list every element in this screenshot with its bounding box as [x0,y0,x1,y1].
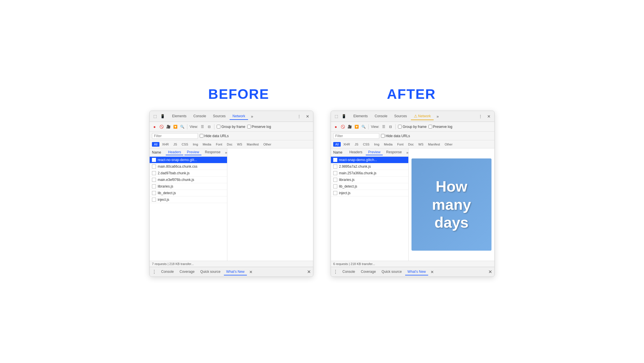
after-type-all[interactable]: All [333,142,341,147]
before-drawer-close[interactable]: ✕ [307,269,311,275]
after-group-by-frame[interactable]: Group by frame [398,125,426,129]
device-icon[interactable]: 📱 [159,113,166,120]
before-drawer-whatsnew[interactable]: What's New [224,269,247,275]
before-capture-icon[interactable]: 🎥 [166,124,171,129]
after-drawer-close-tab[interactable]: ✕ [429,269,435,275]
before-list-view-icon[interactable]: ☰ [200,124,205,129]
before-file-row-1[interactable]: main.80ca66ca.chunk.css [150,163,227,170]
before-type-font[interactable]: Font [214,142,224,147]
before-type-xhr[interactable]: XHR [160,142,171,147]
before-group-by-frame[interactable]: Group by frame [217,125,245,129]
before-type-media[interactable]: Media [201,142,213,147]
after-tab-elements[interactable]: Elements [350,113,371,120]
before-tree-view-icon[interactable]: ⊟ [207,124,212,129]
after-drawer-coverage[interactable]: Coverage [359,269,378,275]
before-type-img[interactable]: Img [191,142,200,147]
before-drawer-close-tab[interactable]: ✕ [248,269,254,275]
before-filter-input[interactable] [152,133,198,139]
before-file-row-6[interactable]: inject.js [150,196,227,203]
after-type-media[interactable]: Media [382,142,395,147]
after-drawer-quicksource[interactable]: Quick source [379,269,404,275]
before-type-ws[interactable]: WS [235,142,244,147]
after-preserve-log[interactable]: Preserve log [428,125,452,129]
after-col-more[interactable]: » [405,150,409,155]
before-group-checkbox[interactable] [217,125,220,128]
before-col-headers-tab[interactable]: Headers [166,150,183,155]
after-search-icon[interactable]: 🔍 [361,124,366,129]
before-drawer-menu[interactable]: ⋮ [152,269,157,275]
before-search-icon[interactable]: 🔍 [180,124,185,129]
after-hide-data-urls[interactable]: Hide data URLs [381,134,410,138]
before-type-manifest[interactable]: Manifest [245,142,261,147]
after-file-row-4[interactable]: lib_detect.js [331,183,408,190]
after-type-font[interactable]: Font [395,142,405,147]
before-tab-sources[interactable]: Sources [210,113,228,120]
before-record-icon[interactable]: ● [152,124,157,129]
after-filter-input[interactable] [333,133,379,139]
after-type-css[interactable]: CSS [361,142,371,147]
before-preserve-checkbox[interactable] [247,125,251,128]
after-tree-view-icon[interactable]: ⊟ [388,124,393,129]
before-file-row-3[interactable]: main.e3ef976b.chunk.js [150,177,227,183]
after-list-view-icon[interactable]: ☰ [381,124,386,129]
after-drawer-menu[interactable]: ⋮ [333,269,338,275]
before-col-more[interactable]: » [224,150,227,155]
after-type-js[interactable]: JS [353,142,360,147]
before-drawer-console[interactable]: Console [159,269,176,275]
before-more-icon[interactable]: ⋮ [296,113,302,120]
before-tab-elements[interactable]: Elements [169,113,189,120]
before-type-css[interactable]: CSS [180,142,190,147]
after-clear-icon[interactable]: 🚫 [340,124,345,129]
before-col-preview-tab[interactable]: Preview [184,150,201,155]
before-filter-icon[interactable]: 🔽 [173,124,178,129]
before-drawer-coverage[interactable]: Coverage [177,269,197,275]
after-type-xhr[interactable]: XHR [341,142,352,147]
after-inspect-icon[interactable]: ⬚ [333,113,340,120]
after-col-response-tab[interactable]: Response [384,150,404,155]
after-tab-sources[interactable]: Sources [391,113,410,120]
after-tab-console[interactable]: Console [372,113,390,120]
after-type-img[interactable]: Img [372,142,381,147]
after-col-preview-tab[interactable]: Preview [366,150,383,155]
after-tab-more[interactable]: » [435,113,441,120]
after-tab-network[interactable]: ⚠ Network [411,113,434,120]
after-drawer-close[interactable]: ✕ [488,269,492,275]
before-file-row-0[interactable]: react-no-snap-demo.glit... [150,157,227,163]
after-file-row-2[interactable]: main.257a366a.chunk.js [331,170,408,177]
after-drawer-whatsnew[interactable]: What's New [405,269,428,275]
after-device-icon[interactable]: 📱 [341,113,347,120]
after-group-checkbox[interactable] [398,125,402,128]
before-hide-checkbox[interactable] [200,134,203,138]
before-tab-more[interactable]: » [249,113,255,120]
after-close-icon[interactable]: ✕ [486,113,492,120]
before-col-response-tab[interactable]: Response [203,150,223,155]
before-clear-icon[interactable]: 🚫 [159,124,164,129]
after-capture-icon[interactable]: 🎥 [347,124,352,129]
before-file-row-4[interactable]: libraries.js [150,183,227,190]
after-type-ws[interactable]: WS [416,142,426,147]
before-tab-console[interactable]: Console [190,113,209,120]
before-file-row-5[interactable]: lib_detect.js [150,190,227,196]
before-file-row-2[interactable]: 2.dad97bab.chunk.js [150,170,227,177]
after-drawer-console[interactable]: Console [340,269,357,275]
before-close-icon[interactable]: ✕ [304,113,311,120]
after-record-icon[interactable]: ● [333,124,338,129]
after-file-row-5[interactable]: inject.js [331,190,408,196]
before-type-js[interactable]: JS [171,142,179,147]
before-type-doc[interactable]: Doc [225,142,235,147]
before-tab-network[interactable]: Network [230,113,248,120]
after-col-headers-tab[interactable]: Headers [347,150,365,155]
after-file-row-1[interactable]: 2.9895a7a2.chunk.js [331,163,408,170]
after-filter-icon[interactable]: 🔽 [354,124,359,129]
before-type-all[interactable]: All [152,142,159,147]
inspect-icon[interactable]: ⬚ [152,113,158,120]
after-type-manifest[interactable]: Manifest [426,142,442,147]
after-type-doc[interactable]: Doc [406,142,416,147]
after-file-row-3[interactable]: libraries.js [331,177,408,183]
after-preserve-checkbox[interactable] [428,125,432,128]
after-type-other[interactable]: Other [443,142,455,147]
after-file-row-0[interactable]: react-snap-demo.glitch... [331,157,408,163]
after-hide-checkbox[interactable] [381,134,385,138]
before-type-other[interactable]: Other [261,142,273,147]
after-more-icon[interactable]: ⋮ [477,113,483,120]
